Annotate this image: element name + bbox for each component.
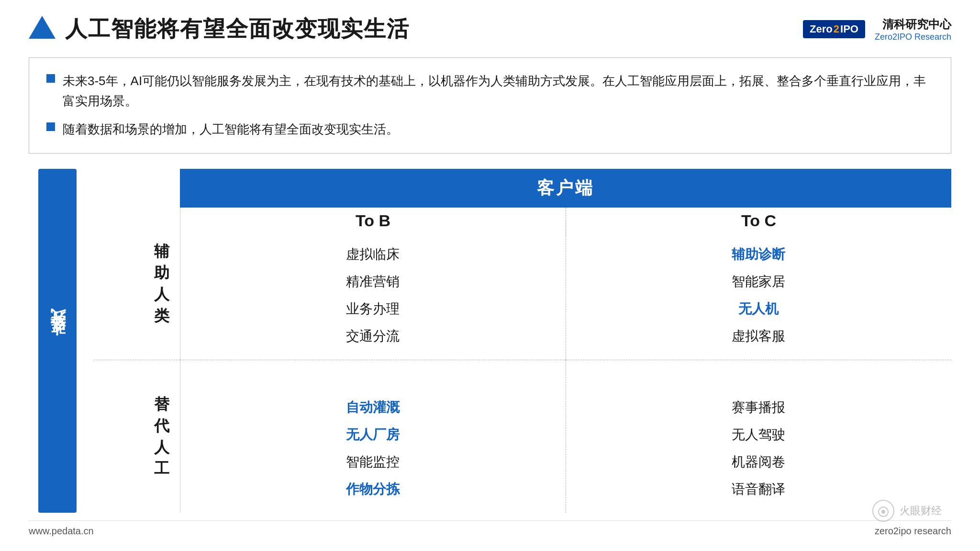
item-yyfy: 语音翻译 (732, 478, 785, 500)
brand-cn: 清科研究中心 (875, 17, 951, 32)
col-header-b: To B (180, 208, 566, 236)
watermark-text: 火眼财经 (900, 504, 942, 518)
item-ssbg: 赛事播报 (732, 397, 785, 419)
item-jzyx: 精准营销 (346, 271, 400, 293)
watermark-icon (872, 499, 895, 522)
item-znjk: 智能监控 (346, 451, 400, 473)
item-ywbl: 业务办理 (346, 298, 400, 320)
footer-left: www.pedata.cn (29, 526, 94, 537)
diagram-area: 改造方式 客户端 辅助人类 替代人工 (29, 169, 951, 513)
brand-text: 清科研究中心 Zero2IPO Research (875, 17, 951, 42)
footer: www.pedata.cn zero2ipo research (29, 520, 951, 537)
kh-header-row: 客户端 (94, 169, 951, 208)
page-container: 人工智能将有望全面改变现实生活 Zero 2 IPO 清科研究中心 Zero2I… (0, 0, 980, 551)
customer-header: 客户端 (180, 169, 951, 208)
kh-left-spacer (94, 169, 180, 208)
row-labels: 辅助人类 替代人工 (94, 208, 180, 513)
header-right: Zero 2 IPO 清科研究中心 Zero2IPO Research (803, 17, 951, 42)
item-wrj: 无人机 (738, 298, 779, 320)
item-xnkf: 虚拟客服 (732, 325, 785, 347)
quadrant-grid: To B To C 虚拟临床 精准营销 业务办理 交通分流 辅助诊断 智能家居 (180, 208, 951, 513)
item-wrfc: 无人厂房 (346, 424, 400, 446)
bullet-item-1: 未来3-5年，AI可能仍以智能服务发展为主，在现有技术的基础上，以机器作为人类辅… (46, 71, 934, 111)
col-headers: To B To C (180, 208, 951, 236)
logo-2: 2 (834, 23, 839, 35)
bullet-item-2: 随着数据和场景的增加，人工智能将有望全面改变现实生活。 (46, 120, 934, 140)
footer-right: zero2ipo research (875, 526, 951, 537)
left-label-text: 改造方式 (47, 333, 68, 348)
diagram-content: 客户端 辅助人类 替代人工 To B (94, 169, 951, 513)
bullet-square-2 (46, 122, 55, 131)
logo-ipo: IPO (840, 23, 858, 35)
bullet-box: 未来3-5年，AI可能仍以智能服务发展为主，在现有技术的基础上，以机器作为人类辅… (29, 57, 951, 154)
bullet-square-1 (46, 74, 55, 83)
svg-point-1 (881, 510, 885, 514)
triangle-icon (29, 16, 56, 39)
page-title: 人工智能将有望全面改变现实生活 (65, 14, 410, 44)
logo-box: Zero 2 IPO (803, 20, 865, 38)
bullet-text-2: 随着数据和场景的增加，人工智能将有望全面改变现实生活。 (63, 120, 399, 140)
item-xnlc: 虚拟临床 (346, 243, 400, 265)
watermark: 火眼财经 (872, 499, 942, 522)
item-zwfj: 作物分拣 (346, 478, 400, 500)
row-label-assist-text: 辅助人类 (154, 241, 170, 326)
row-label-assist: 辅助人类 (94, 208, 180, 361)
item-fzzd: 辅助诊断 (732, 243, 785, 265)
header-left: 人工智能将有望全面改变现实生活 (29, 14, 410, 44)
quadrant-bl: 自动灌溉 无人厂房 智能监控 作物分拣 (180, 360, 566, 513)
item-wrjs: 无人驾驶 (732, 424, 785, 446)
left-label-col: 改造方式 (29, 169, 86, 513)
grid-area: 辅助人类 替代人工 To B To C 虚拟临床 (94, 208, 951, 513)
logo-zero: Zero (810, 23, 833, 35)
item-znj: 智能家居 (732, 271, 785, 293)
bullet-text-1: 未来3-5年，AI可能仍以智能服务发展为主，在现有技术的基础上，以机器作为人类辅… (63, 71, 934, 111)
row-label-replace-text: 替代人工 (154, 394, 170, 479)
quadrant-br: 赛事播报 无人驾驶 机器阅卷 语音翻译 (566, 360, 952, 513)
item-qiyj: 机器阅卷 (732, 451, 785, 473)
row-label-replace: 替代人工 (94, 360, 180, 513)
header: 人工智能将有望全面改变现实生活 Zero 2 IPO 清科研究中心 Zero2I… (29, 14, 951, 44)
item-zdgg: 自动灌溉 (346, 397, 400, 419)
col-header-c: To C (566, 208, 951, 236)
vertical-bar: 改造方式 (38, 169, 77, 513)
item-jtfl: 交通分流 (346, 325, 400, 347)
brand-en: Zero2IPO Research (875, 32, 951, 42)
